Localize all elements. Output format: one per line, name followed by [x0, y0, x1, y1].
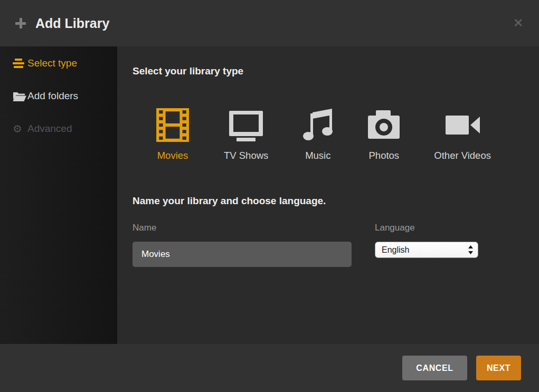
cancel-button[interactable]: CANCEL — [402, 356, 467, 380]
type-option-tv-shows[interactable]: TV Shows — [224, 108, 268, 161]
type-option-movies[interactable]: Movies — [155, 108, 190, 161]
steps-sidebar: Select type Add folders ⚙ Advanced — [0, 46, 117, 344]
dialog-header: Add Library ✕ — [0, 0, 539, 46]
language-selected-value: English — [382, 245, 468, 255]
main-content: Select your library type — [117, 46, 539, 344]
select-arrows-icon — [468, 245, 473, 254]
language-select[interactable]: English — [375, 242, 478, 258]
music-note-icon — [302, 108, 334, 142]
list-bars-icon — [13, 59, 27, 68]
type-option-label: Photos — [369, 150, 400, 161]
library-type-heading: Select your library type — [133, 65, 539, 77]
type-option-label: Other Videos — [434, 150, 491, 161]
dialog-footer: CANCEL NEXT — [0, 344, 539, 392]
sidebar-item-add-folders[interactable]: Add folders — [0, 84, 117, 108]
sidebar-item-label: Advanced — [27, 123, 72, 135]
tv-monitor-icon — [228, 108, 264, 142]
library-type-picker: Movies TV Shows — [133, 108, 539, 161]
folder-open-icon — [13, 91, 27, 102]
name-field-group: Name — [133, 223, 352, 267]
name-language-heading: Name your library and choose language. — [133, 195, 539, 207]
name-language-form: Name Language English — [133, 223, 539, 267]
type-option-label: Movies — [157, 150, 188, 161]
language-field-group: Language English — [375, 223, 478, 267]
type-option-label: TV Shows — [224, 150, 268, 161]
video-camera-icon — [445, 108, 480, 142]
type-option-photos[interactable]: Photos — [367, 108, 400, 161]
plus-icon — [15, 17, 26, 29]
sidebar-item-select-type[interactable]: Select type — [0, 52, 117, 75]
camera-icon — [367, 108, 400, 142]
gear-icon: ⚙ — [13, 123, 27, 134]
type-option-label: Music — [305, 150, 330, 161]
language-label: Language — [375, 223, 478, 233]
next-button[interactable]: NEXT — [476, 356, 521, 380]
dialog-body: Select type Add folders ⚙ Advanced — [0, 46, 539, 344]
dialog-title: Add Library — [35, 16, 109, 31]
sidebar-item-label: Add folders — [27, 90, 78, 102]
name-label: Name — [133, 223, 352, 233]
sidebar-item-advanced: ⚙ Advanced — [0, 117, 117, 140]
library-name-input[interactable] — [133, 242, 352, 267]
close-icon[interactable]: ✕ — [514, 17, 523, 29]
sidebar-item-label: Select type — [27, 58, 77, 69]
type-option-other-videos[interactable]: Other Videos — [434, 108, 491, 161]
type-option-music[interactable]: Music — [302, 108, 334, 161]
film-strip-icon — [155, 108, 190, 142]
add-library-dialog: Add Library ✕ Select type Add folders — [0, 0, 539, 392]
